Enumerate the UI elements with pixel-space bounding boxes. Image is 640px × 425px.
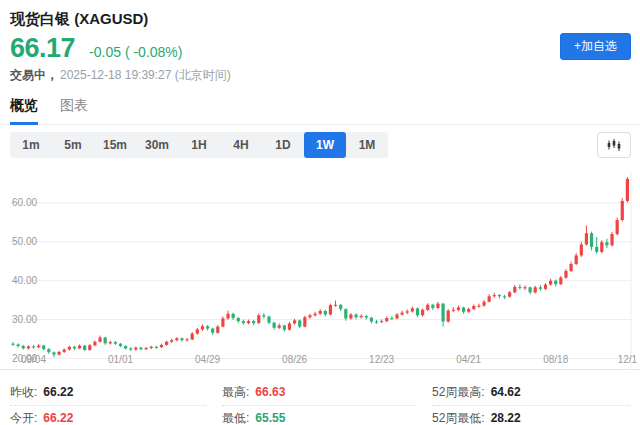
candle — [78, 346, 81, 349]
candle — [27, 346, 30, 348]
status-row: 交易中，2025-12-18 19:39:27 (北京时间) — [10, 67, 630, 84]
candle — [339, 305, 342, 309]
candle — [252, 321, 255, 323]
tab-chart[interactable]: 图表 — [60, 93, 88, 124]
timeframe-15m[interactable]: 15m — [94, 132, 136, 158]
candle — [482, 302, 485, 306]
candle — [436, 304, 439, 308]
tab-overview[interactable]: 概览 — [10, 93, 38, 124]
stat-cell: 52周最高:64.62 — [432, 380, 630, 406]
candle — [523, 287, 526, 288]
candle — [17, 344, 20, 346]
candle — [488, 296, 491, 301]
candle — [11, 344, 14, 345]
candle — [334, 305, 337, 306]
candle — [257, 315, 260, 323]
candle — [134, 348, 137, 350]
candle — [421, 310, 424, 315]
stat-label: 52周最高: — [432, 385, 485, 400]
candle — [406, 311, 409, 312]
candle — [242, 321, 245, 323]
timeframe-30m[interactable]: 30m — [136, 132, 178, 158]
chart-style-button[interactable] — [597, 132, 631, 158]
y-axis-label: 50.00 — [12, 236, 37, 247]
timeframe-5m[interactable]: 5m — [52, 132, 94, 158]
candle — [73, 347, 76, 349]
add-watchlist-button[interactable]: +加自选 — [560, 33, 631, 60]
candle — [32, 346, 35, 347]
candle — [441, 304, 444, 322]
candle — [564, 271, 567, 278]
candle — [329, 305, 332, 314]
last-price: 66.17 — [10, 35, 75, 62]
candle — [22, 346, 25, 348]
timeframe-4h[interactable]: 4H — [220, 132, 262, 158]
candle — [503, 296, 506, 297]
candle — [385, 318, 388, 321]
stat-cell: 昨收:66.22 — [10, 380, 206, 406]
candle — [119, 344, 122, 346]
candle — [569, 264, 572, 271]
timeframe-1m[interactable]: 1m — [10, 132, 52, 158]
candle — [129, 348, 132, 349]
candle — [185, 339, 188, 340]
candle — [98, 337, 101, 341]
tab-chart-label: 图表 — [60, 97, 88, 113]
candle — [380, 321, 383, 322]
timeframe-1w[interactable]: 1W — [304, 132, 346, 158]
stat-value: 64.62 — [491, 385, 521, 400]
x-axis-label: 08/18 — [543, 354, 568, 365]
candle — [467, 309, 470, 312]
candle — [544, 285, 547, 289]
candle — [360, 316, 363, 317]
candle — [447, 311, 450, 322]
candle — [319, 311, 322, 314]
candle — [88, 345, 91, 350]
candle — [63, 350, 66, 352]
candle — [42, 346, 45, 350]
stat-value: 28.22 — [491, 411, 521, 425]
candle — [493, 295, 496, 296]
timeframe-1m[interactable]: 1M — [346, 132, 388, 158]
stat-cell: 52周最低:28.22 — [432, 406, 630, 425]
candle — [498, 295, 501, 296]
candle — [559, 278, 562, 285]
candle — [580, 245, 583, 256]
candle — [534, 287, 537, 292]
candle — [457, 308, 460, 310]
candle — [621, 201, 624, 220]
candle — [370, 318, 373, 322]
x-axis-label: 08/26 — [282, 354, 307, 365]
candle — [104, 337, 107, 343]
candle — [539, 287, 542, 289]
stat-value: 66.22 — [43, 385, 73, 400]
candle — [175, 338, 178, 340]
candlestick-chart[interactable]: 20.0030.0040.0050.0060.0009/0401/0104/29… — [0, 164, 640, 376]
timeframe-1h[interactable]: 1H — [178, 132, 220, 158]
candle — [139, 348, 142, 350]
candle — [267, 316, 270, 322]
candle — [262, 315, 265, 316]
stat-label: 昨收: — [10, 385, 37, 400]
candle — [518, 287, 521, 288]
candle — [416, 308, 419, 315]
timeframe-1d[interactable]: 1D — [262, 132, 304, 158]
candle — [52, 352, 55, 354]
candle — [452, 310, 455, 311]
candle — [354, 315, 357, 318]
candle — [155, 347, 158, 348]
candle — [165, 342, 168, 345]
candle — [47, 349, 50, 352]
candle — [600, 242, 603, 252]
quote-page: 现货白银 (XAGUSD) 66.17 -0.05 ( -0.08%) 交易中，… — [0, 0, 640, 425]
stat-label: 52周最低: — [432, 411, 485, 425]
candle — [201, 326, 204, 329]
candle — [160, 345, 163, 347]
candle — [344, 309, 347, 318]
candlestick-icon — [606, 138, 622, 152]
candle — [180, 338, 183, 340]
candle — [83, 346, 86, 350]
candle — [431, 305, 434, 308]
candle — [278, 325, 281, 327]
candle — [124, 346, 127, 348]
